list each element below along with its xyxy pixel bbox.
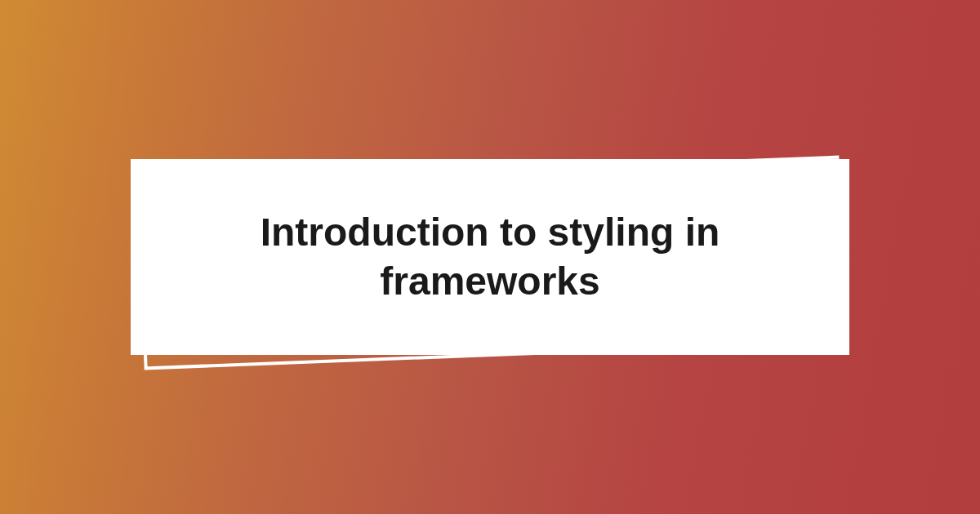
title-card: Introduction to styling in frameworks <box>131 159 849 355</box>
page-title: Introduction to styling in frameworks <box>180 208 800 306</box>
title-card-wrapper: Introduction to styling in frameworks <box>131 159 849 355</box>
